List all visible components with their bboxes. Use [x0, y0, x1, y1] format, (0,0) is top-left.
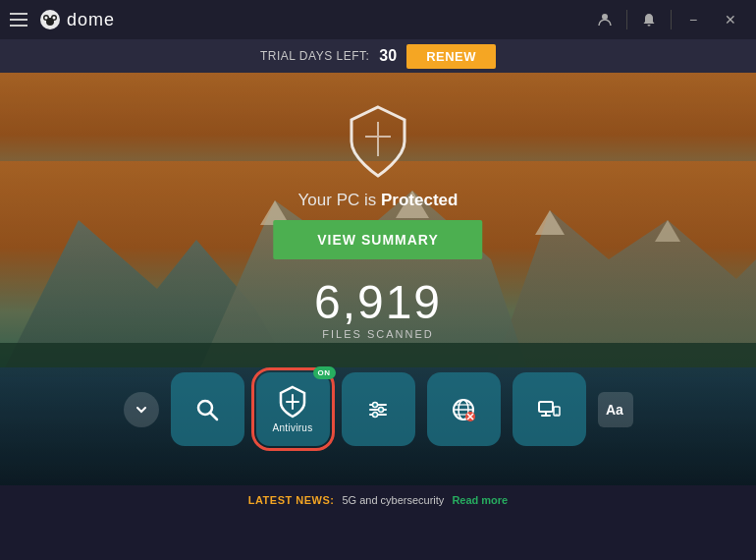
logo-icon	[39, 9, 61, 30]
globe-icon	[451, 397, 476, 422]
hamburger-menu[interactable]	[10, 13, 27, 27]
device-tool-button[interactable]	[513, 372, 586, 446]
font-button[interactable]: Aa	[598, 392, 633, 427]
scan-count: 6,919	[314, 279, 442, 326]
sliders-icon	[365, 397, 391, 422]
antivirus-label: Antivirus	[272, 422, 312, 433]
chevron-down-icon	[135, 403, 148, 417]
shield-icon	[344, 102, 412, 181]
files-scanned-area: 6,919 FILES SCANNED	[314, 279, 442, 340]
divider	[626, 10, 627, 29]
svg-point-23	[379, 407, 384, 412]
trial-label: TRIAL DAYS LEFT:	[260, 49, 369, 63]
svg-point-6	[602, 14, 608, 20]
trial-bar: TRIAL DAYS LEFT: 30 RENEW	[0, 39, 756, 73]
status-prefix: Your PC is	[298, 191, 381, 209]
search-tool-button[interactable]	[171, 372, 244, 446]
close-button[interactable]: ✕	[715, 4, 746, 35]
main-content: Your PC is Protected VIEW SUMMARY 6,919 …	[0, 73, 756, 485]
minimize-button[interactable]: −	[677, 4, 709, 35]
svg-rect-7	[648, 25, 651, 27]
logo-text: dome	[67, 10, 115, 30]
svg-point-4	[45, 17, 48, 20]
search-icon	[194, 397, 220, 422]
svg-rect-33	[539, 402, 553, 412]
svg-line-18	[210, 413, 217, 420]
svg-point-22	[373, 402, 378, 407]
title-bar-left: dome	[10, 9, 115, 30]
renew-button[interactable]: RENEW	[406, 44, 496, 69]
divider2	[671, 10, 672, 29]
view-summary-button[interactable]: VIEW SUMMARY	[273, 220, 482, 259]
device-icon	[536, 397, 562, 422]
antivirus-tool-button[interactable]: ON Antivirus	[256, 372, 330, 446]
svg-point-24	[373, 412, 378, 417]
settings-tool-button[interactable]	[342, 372, 415, 446]
news-text: 5G and cybersecurity	[342, 494, 444, 506]
antivirus-shield-icon	[278, 385, 307, 419]
status-protected: Protected	[381, 191, 458, 209]
svg-text:Aa: Aa	[606, 402, 623, 418]
news-label: LATEST NEWS:	[248, 494, 335, 506]
font-icon: Aa	[606, 402, 625, 418]
scan-label: FILES SCANNED	[314, 328, 442, 340]
bottom-toolbar: ON Antivirus	[0, 372, 756, 446]
news-bar: LATEST NEWS: 5G and cybersecurity Read m…	[0, 485, 756, 515]
shield-area	[344, 102, 412, 185]
svg-point-3	[46, 18, 54, 26]
web-tool-button[interactable]	[427, 372, 501, 446]
notification-button[interactable]	[633, 4, 665, 35]
logo-area: dome	[39, 9, 115, 30]
trial-days: 30	[379, 47, 397, 65]
read-more-link[interactable]: Read more	[452, 494, 508, 506]
chevron-left-button[interactable]	[124, 392, 159, 427]
status-text: Your PC is Protected	[298, 191, 459, 210]
user-button[interactable]	[589, 4, 621, 35]
on-badge: ON	[313, 366, 336, 379]
title-bar-right: − ✕	[589, 4, 746, 35]
title-bar: dome − ✕	[0, 0, 756, 39]
svg-point-5	[53, 17, 56, 20]
